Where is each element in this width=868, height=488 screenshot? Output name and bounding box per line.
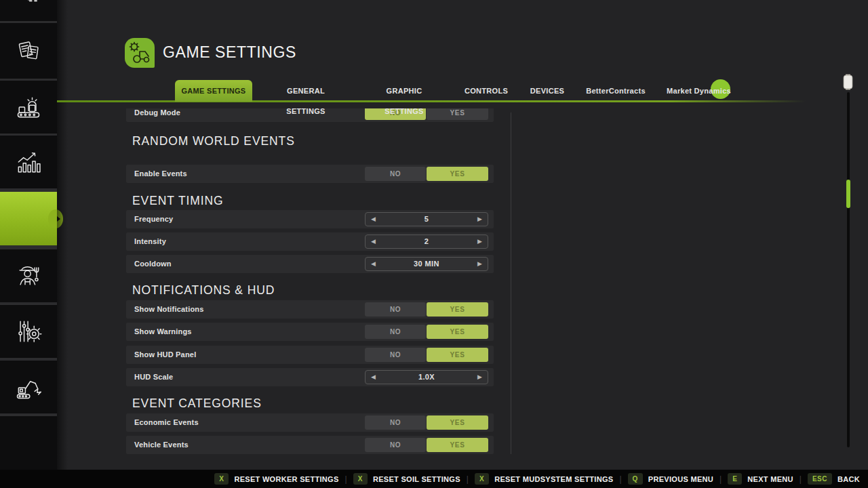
- toggle-yes-button[interactable]: YES: [427, 167, 488, 181]
- tab-graphic-settings[interactable]: GRAPHIC SETTINGS: [366, 81, 442, 101]
- tuning-icon: [14, 317, 43, 346]
- hint-separator: |: [467, 474, 469, 484]
- sidebar-item-contracts[interactable]: [0, 23, 57, 79]
- section-title: NOTIFICATIONS & HUD: [132, 283, 275, 298]
- hint-reset-soil-settings[interactable]: XRESET SOIL SETTINGS: [353, 473, 460, 485]
- key-badge: X: [214, 473, 229, 485]
- setting-label: HUD Scale: [134, 368, 173, 386]
- toggle-yes-button[interactable]: YES: [427, 325, 488, 339]
- hint-separator: |: [800, 474, 802, 484]
- setting-label: Show Warnings: [134, 323, 192, 341]
- stepper-control: ◀2▶: [365, 235, 488, 249]
- sidebar-item-farmer[interactable]: [0, 249, 57, 302]
- toggle-yes-button[interactable]: YES: [427, 348, 488, 362]
- tab-controls[interactable]: CONTROLS: [462, 81, 510, 101]
- key-badge: ESC: [808, 473, 832, 485]
- key-badge: X: [475, 473, 489, 485]
- key-badge: X: [353, 473, 368, 485]
- contracts-icon: [14, 36, 43, 66]
- setting-label: Frequency: [134, 210, 173, 228]
- hint-next-menu[interactable]: ENEXT MENU: [728, 473, 793, 485]
- setting-label: Show HUD Panel: [134, 346, 196, 364]
- statistics-icon: [14, 147, 43, 177]
- partial-top-icon: [14, 0, 43, 26]
- setting-row-cooldown: Cooldown◀30 MIN▶: [126, 255, 494, 273]
- setting-row-vehicle-events: Vehicle EventsNOYES: [126, 436, 494, 454]
- content-divider: [511, 113, 511, 454]
- hint-label: PREVIOUS MENU: [648, 475, 713, 483]
- toggle-yes-button[interactable]: YES: [427, 438, 488, 452]
- tab-bettercontracts[interactable]: BetterContracts: [585, 81, 647, 101]
- sidebar-item-statistics[interactable]: [0, 136, 57, 188]
- hint-previous-menu[interactable]: QPREVIOUS MENU: [628, 473, 713, 485]
- sidebar-shadow: [57, 0, 68, 470]
- tab-game-settings[interactable]: GAME SETTINGS: [175, 80, 252, 102]
- setting-label: Economic Events: [134, 413, 199, 432]
- stepper-increase-icon[interactable]: ▶: [477, 213, 482, 226]
- stepper-increase-icon[interactable]: ▶: [477, 258, 482, 270]
- setting-label: Enable Events: [134, 165, 187, 183]
- scrollbar-thumb[interactable]: [846, 180, 850, 208]
- settings-scroll-area[interactable]: Debug ModeNOYESRANDOM WORLD EVENTSEnable…: [126, 108, 494, 454]
- toggle-no-button[interactable]: NO: [365, 438, 426, 452]
- sidebar-item-partial-top[interactable]: [0, 0, 57, 21]
- scrollbar-track[interactable]: [847, 92, 850, 447]
- selected-tile-arrow-icon: [57, 216, 60, 222]
- stepper-value: 5: [366, 213, 488, 226]
- setting-label: Vehicle Events: [134, 436, 189, 454]
- setting-row-show-hud-panel: Show HUD PanelNOYES: [126, 346, 494, 364]
- scroll-handle-icon: [843, 74, 853, 90]
- stepper-value: 2: [366, 235, 488, 248]
- hint-label: RESET WORKER SETTINGS: [234, 475, 338, 483]
- stepper-increase-icon[interactable]: ▶: [477, 235, 482, 248]
- game-settings-screen: GAME SETTINGS GAME SETTINGSGENERAL SETTI…: [0, 0, 868, 488]
- sidebar-item-excavator[interactable]: [0, 361, 57, 413]
- toggle-yes-button[interactable]: YES: [427, 108, 488, 120]
- key-badge: E: [728, 473, 742, 485]
- hint-separator: |: [619, 474, 621, 484]
- stepper-value: 30 MIN: [366, 258, 488, 270]
- tab-devices[interactable]: DEVICES: [528, 81, 566, 101]
- hint-reset-mudsystem-settings[interactable]: XRESET MUDSYSTEM SETTINGS: [475, 473, 613, 485]
- sidebar-item-current-menu-tile[interactable]: [0, 192, 57, 245]
- setting-row-frequency: Frequency◀5▶: [126, 210, 494, 228]
- setting-label: Intensity: [134, 232, 166, 251]
- page-title: GAME SETTINGS: [163, 43, 296, 62]
- setting-row-show-notifications: Show NotificationsNOYES: [126, 300, 494, 319]
- stepper-control: ◀5▶: [365, 212, 488, 226]
- sidebar-item-production[interactable]: [0, 81, 57, 134]
- setting-row-show-warnings: Show WarningsNOYES: [126, 323, 494, 341]
- setting-label: Debug Mode: [134, 108, 180, 122]
- selected-tile-bump: [48, 209, 63, 228]
- setting-label: Show Notifications: [134, 300, 204, 319]
- setting-row-intensity: Intensity◀2▶: [126, 232, 494, 251]
- hint-reset-worker-settings[interactable]: XRESET WORKER SETTINGS: [214, 473, 338, 485]
- production-icon: [14, 92, 43, 122]
- tab-market-dynamics[interactable]: Market Dynamics: [666, 81, 732, 101]
- section-title: RANDOM WORLD EVENTS: [132, 134, 295, 149]
- toggle-no-button[interactable]: NO: [365, 167, 426, 181]
- tractor-gear-icon: [125, 38, 155, 68]
- toggle-no-button[interactable]: NO: [365, 348, 426, 362]
- hint-label: NEXT MENU: [747, 475, 793, 483]
- farmer-icon: [14, 261, 43, 291]
- stepper-increase-icon[interactable]: ▶: [477, 371, 482, 384]
- toggle-no-button[interactable]: NO: [365, 415, 426, 430]
- hint-label: BACK: [837, 475, 860, 483]
- toggle-yes-button[interactable]: YES: [427, 415, 488, 430]
- key-hint-bar: XRESET WORKER SETTINGS|XRESET SOIL SETTI…: [0, 470, 868, 488]
- hint-separator: |: [719, 474, 722, 484]
- sidebar-item-tuning[interactable]: [0, 305, 57, 358]
- toggle-no-button[interactable]: NO: [365, 325, 426, 339]
- toggle-no-button[interactable]: NO: [365, 302, 426, 317]
- tab-general-settings[interactable]: GENERAL SETTINGS: [268, 81, 344, 101]
- setting-label: Cooldown: [134, 255, 172, 273]
- stepper-control: ◀30 MIN▶: [365, 257, 488, 271]
- toggle-yes-button[interactable]: YES: [427, 302, 488, 317]
- hint-back[interactable]: ESCBACK: [808, 473, 860, 485]
- setting-row-economic-events: Economic EventsNOYES: [126, 413, 494, 432]
- section-title: EVENT CATEGORIES: [132, 396, 262, 411]
- hint-label: RESET SOIL SETTINGS: [373, 475, 460, 483]
- setting-row-enable-events: Enable EventsNOYES: [126, 165, 494, 183]
- setting-row-hud-scale: HUD Scale◀1.0X▶: [126, 368, 494, 386]
